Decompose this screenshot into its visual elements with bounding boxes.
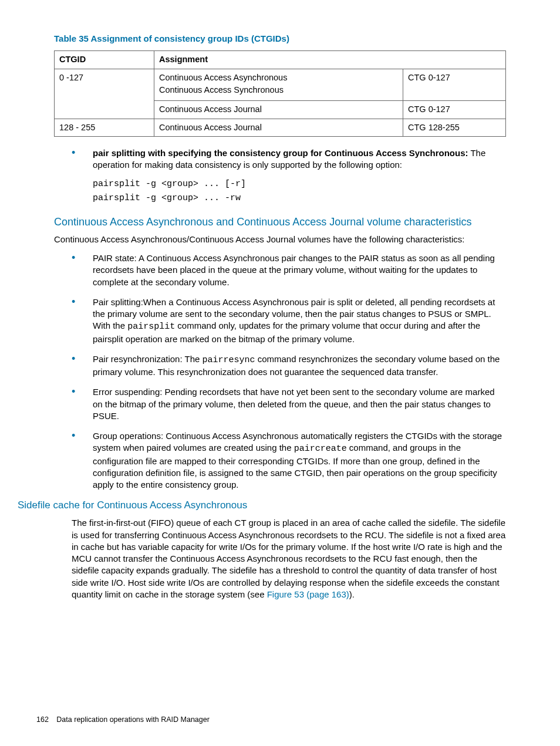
- footer-text: Data replication operations with RAID Ma…: [56, 715, 210, 724]
- cell-ctg: CTG 0-127: [403, 100, 506, 119]
- table-row: 0 -127 Continuous Access Asynchronous Co…: [55, 69, 506, 100]
- cell-assignment: Continuous Access Asynchronous Continuou…: [154, 69, 403, 100]
- text-part: ).: [349, 589, 355, 599]
- cross-reference-link[interactable]: Figure 53 (page 163): [267, 589, 349, 599]
- list-item: Pair resynchronization: The pairresync c…: [72, 353, 506, 379]
- sidefile-paragraph: The first-in-first-out (FIFO) queue of e…: [54, 517, 506, 600]
- assignment-text: Continuous Access Asynchronous: [159, 72, 398, 84]
- section-heading: Sidefile cache for Continuous Access Asy…: [18, 499, 506, 512]
- intro-paragraph: Continuous Access Asynchronous/Continuou…: [54, 234, 506, 245]
- table-row: 128 - 255 Continuous Access Journal CTG …: [55, 119, 506, 137]
- list-item: pair splitting with specifying the consi…: [72, 147, 506, 205]
- cell-assignment: Continuous Access Journal: [154, 119, 403, 137]
- page-number: 162: [36, 715, 49, 724]
- text-part: Pair resynchronization: The: [93, 354, 202, 364]
- text-part: The first-in-first-out (FIFO) queue of e…: [72, 518, 505, 599]
- ctgid-table: CTGID Assignment 0 -127 Continuous Acces…: [54, 50, 506, 137]
- cell-assignment: Continuous Access Journal: [154, 100, 403, 119]
- cell-ctgid: 0 -127: [55, 69, 154, 119]
- assignment-text: Continuous Access Synchronous: [159, 85, 398, 96]
- bullet-list-top: pair splitting with specifying the consi…: [54, 147, 506, 205]
- list-item: Error suspending: Pending recordsets tha…: [72, 386, 506, 422]
- list-item: PAIR state: A Continuous Access Asynchro…: [72, 252, 506, 288]
- cell-ctg: CTG 0-127: [403, 69, 506, 100]
- inline-code: pairresync: [202, 355, 255, 365]
- table-caption: Table 35 Assignment of consistency group…: [54, 33, 506, 45]
- inline-code: pairsplit: [127, 322, 175, 332]
- th-assignment: Assignment: [154, 51, 506, 69]
- characteristics-list: PAIR state: A Continuous Access Asynchro…: [54, 252, 506, 491]
- section-heading: Continuous Access Asynchronous and Conti…: [54, 215, 506, 229]
- code-block: pairsplit -g <group> ... [-r] pairsplit …: [93, 177, 506, 205]
- cell-ctgid: 128 - 255: [55, 119, 154, 137]
- inline-code: paircreate: [294, 444, 347, 454]
- table-header-row: CTGID Assignment: [55, 51, 506, 69]
- bullet-lead: pair splitting with specifying the consi…: [93, 148, 468, 158]
- cell-ctg: CTG 128-255: [403, 119, 506, 137]
- th-ctgid: CTGID: [55, 51, 154, 69]
- list-item: Pair splitting:When a Continuous Access …: [72, 296, 506, 345]
- page-footer: 162 Data replication operations with RAI…: [36, 715, 210, 725]
- list-item: Group operations: Continuous Access Asyn…: [72, 430, 506, 491]
